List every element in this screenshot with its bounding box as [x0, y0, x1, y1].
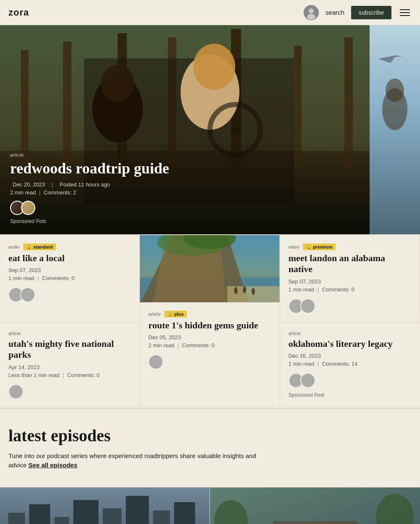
card-date-1: Sep 07, 2023: [8, 267, 131, 273]
card-avatar-1b: [20, 287, 35, 302]
card-avatars-4: [8, 384, 131, 399]
site-logo[interactable]: zora: [8, 7, 29, 18]
svg-point-2: [307, 14, 315, 20]
hero-section: article redwoods roadtrip guide Dec 20, …: [0, 25, 420, 235]
card-avatars-5: [289, 373, 412, 388]
card-label-3: video 🔒 premium: [289, 244, 411, 250]
svg-rect-33: [8, 513, 25, 524]
hero-overlay: article redwoods roadtrip guide Dec 20, …: [0, 142, 370, 234]
site-header: zora search subscribe: [0, 0, 420, 25]
hero-read-time: 2 min read: [10, 189, 36, 196]
card-middle-content: article 🔒 plus route 1's hidden gems gui…: [140, 302, 279, 408]
card-avatar-4a: [8, 384, 24, 399]
episodes-description: Tune into our podcast series where exper…: [8, 451, 260, 470]
card-read-2: 2 min read | Comments: 0: [148, 342, 271, 348]
hero-avatars: [10, 201, 360, 215]
card-avatars-1: [8, 287, 131, 302]
lock-icon-3: 🔒: [306, 245, 311, 249]
card-avatars-2: [148, 354, 271, 369]
card-title-1: eat like a local: [8, 253, 131, 264]
card-date-2: Dec 05, 2023: [148, 334, 271, 341]
card-title-4: utah's mighty five national parks: [8, 338, 131, 361]
hamburger-line-1: [400, 9, 410, 10]
card-label-4: article: [8, 331, 131, 336]
hero-article-label: article: [10, 152, 360, 157]
hero-side-image: [370, 25, 420, 234]
episodes-title: latest episodes: [8, 426, 412, 445]
hero-title: redwoods roadtrip guide: [10, 160, 360, 177]
hamburger-line-2: [400, 12, 410, 13]
menu-button[interactable]: [398, 8, 412, 18]
card-avatar-2a: [148, 354, 163, 369]
card-img-route1: [140, 235, 279, 302]
svg-rect-37: [103, 508, 122, 524]
lock-icon-1: 🔒: [26, 245, 32, 249]
card-avatar-3b: [300, 299, 315, 314]
card-landon[interactable]: video 🔒 premium meet landon an alabama n…: [280, 235, 420, 322]
hero-avatar-2: [21, 201, 35, 215]
card-date-5: Dec 16, 2023: [289, 353, 412, 359]
card-label-2: article 🔒 plus: [148, 311, 271, 317]
hero-main-image[interactable]: article redwoods roadtrip guide Dec 20, …: [0, 25, 370, 234]
card-type-4: article: [8, 331, 21, 336]
hero-date: Dec 20, 2023: [13, 181, 45, 188]
card-date-3: Sep 07, 2023: [289, 278, 411, 285]
card-title-2: route 1's hidden gems guide: [148, 320, 271, 331]
svg-point-29: [234, 287, 238, 294]
svg-rect-35: [55, 517, 69, 524]
card-avatar-5b: [300, 373, 315, 388]
svg-rect-36: [74, 500, 99, 524]
card-utah[interactable]: article utah's mighty five national park…: [0, 322, 140, 408]
hero-read: 2 min read | Comments: 2: [10, 189, 360, 196]
episodes-section: latest episodes Tune into our podcast se…: [0, 409, 420, 479]
header-actions: search subscribe: [304, 5, 412, 20]
card-route1[interactable]: article 🔒 plus route 1's hidden gems gui…: [140, 235, 280, 408]
card-sponsored-5: Sponsored Post: [289, 392, 412, 398]
card-oklahoma[interactable]: article oklahoma's literary legacy Dec 1…: [280, 322, 420, 408]
badge-premium-3: 🔒 premium: [303, 244, 336, 250]
search-button[interactable]: search: [326, 9, 344, 16]
svg-point-21: [386, 79, 404, 102]
svg-rect-46: [273, 521, 357, 524]
svg-point-1: [309, 8, 314, 13]
episode-cards: on the road with friends: [0, 487, 420, 524]
svg-point-31: [252, 288, 255, 295]
card-type-2: article: [148, 312, 160, 317]
hero-meta: Dec 20, 2023 | Posted 11 hours ago: [10, 181, 360, 188]
episode-card-1[interactable]: on the road with friends: [0, 487, 210, 524]
subscribe-button[interactable]: subscribe: [351, 6, 391, 19]
badge-plus-2: 🔒 plus: [164, 311, 187, 317]
card-type-5: article: [289, 331, 301, 336]
svg-point-30: [243, 286, 246, 293]
svg-rect-40: [174, 502, 195, 524]
card-type-3: video: [289, 244, 299, 249]
lock-icon-2: 🔒: [168, 312, 173, 317]
hero-comments: Comments: 2: [44, 189, 76, 196]
svg-point-14: [101, 65, 134, 102]
svg-rect-39: [153, 511, 170, 524]
card-label-5: article: [289, 331, 412, 336]
episode-card-2[interactable]: what to bring and what to leave: [210, 487, 420, 524]
hero-posted: Posted 11 hours ago: [60, 181, 110, 188]
svg-rect-38: [126, 496, 149, 524]
content-grid: audio 🔒 standard eat like a local Sep 07…: [0, 235, 420, 409]
card-label-1: audio 🔒 standard: [8, 244, 131, 250]
svg-point-16: [193, 44, 235, 90]
see-all-link[interactable]: See all episodes: [29, 461, 78, 469]
card-avatars-3: [289, 299, 411, 314]
badge-standard-1: 🔒 standard: [23, 244, 56, 250]
hero-sponsored: Sponsored Post: [10, 218, 360, 224]
user-avatar[interactable]: [304, 5, 319, 20]
card-date-4: Apr 14, 2023: [8, 364, 131, 370]
card-title-3: meet landon an alabama native: [289, 253, 411, 275]
card-type-1: audio: [8, 244, 20, 249]
hamburger-line-3: [400, 15, 410, 16]
card-read-1: 1 min read | Comments: 0: [8, 275, 131, 281]
card-read-3: 1 min read | Comments: 0: [289, 286, 411, 293]
card-title-5: oklahoma's literary legacy: [289, 338, 412, 349]
svg-point-18: [232, 126, 239, 133]
svg-rect-34: [29, 504, 50, 524]
card-eat-local[interactable]: audio 🔒 standard eat like a local Sep 07…: [0, 235, 140, 322]
card-read-4: Less than 1 min read | Comments: 0: [8, 372, 131, 378]
card-read-5: 1 min read | Comments: 14: [289, 361, 412, 367]
